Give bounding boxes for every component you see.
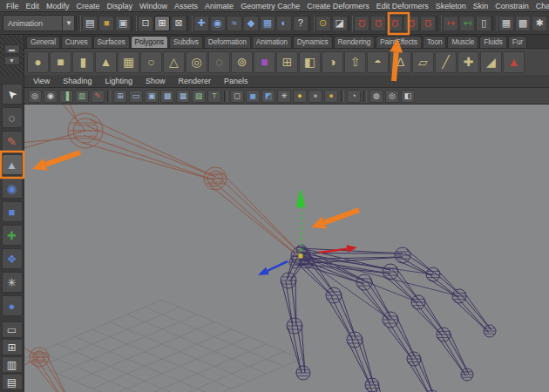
shelf-arrow-button[interactable]: ▼: [4, 56, 20, 65]
panel-menu-panels[interactable]: Panels: [222, 77, 250, 85]
booleans-button[interactable]: ◓: [367, 51, 389, 73]
grease-pencil-button[interactable]: ✎: [91, 90, 105, 103]
shelf-tab-fluids[interactable]: Fluids: [479, 36, 506, 48]
group-separator[interactable]: [492, 16, 498, 31]
group-separator[interactable]: [437, 16, 442, 31]
persp-outliner-layout[interactable]: ▥: [2, 356, 23, 373]
menu-set-selector[interactable]: Animation ▼: [3, 15, 75, 31]
poly-pipe-button[interactable]: ◎: [186, 51, 207, 73]
ipr-render-button[interactable]: ▩: [515, 16, 531, 31]
safe-title-button[interactable]: T: [207, 90, 221, 103]
shaded-mode-button[interactable]: ◼: [246, 90, 260, 103]
isolate-select-button[interactable]: ◔: [347, 90, 361, 103]
poly-cone-button[interactable]: ▲: [95, 51, 117, 73]
render-frame-button[interactable]: ▦: [498, 16, 514, 31]
soft-modification-tool[interactable]: ❖: [2, 248, 23, 269]
menu-constrain[interactable]: Constrain: [493, 2, 531, 10]
select-handles-button[interactable]: ✚: [193, 16, 209, 31]
bookmark-button[interactable]: ▐: [59, 90, 73, 103]
menu-edit[interactable]: Edit: [24, 2, 42, 10]
panel-menu-view[interactable]: View: [31, 77, 51, 85]
shelf-tab-deformation[interactable]: Deformation: [204, 36, 251, 48]
lock-selection-button[interactable]: ⊙: [315, 16, 331, 31]
select-joints-button[interactable]: ◉: [210, 16, 226, 31]
last-tool-used[interactable]: ●: [2, 295, 23, 316]
poly-plane-button[interactable]: ▦: [118, 51, 139, 73]
menu-window[interactable]: Window: [138, 2, 169, 10]
triangulate-button[interactable]: ∆: [390, 51, 411, 73]
xray-joints-button[interactable]: ◎: [385, 90, 399, 103]
xray-button[interactable]: ◍: [369, 90, 383, 103]
menu-display[interactable]: Display: [105, 2, 135, 10]
persp-graph-layout[interactable]: ▤: [2, 374, 23, 390]
shelf-tab-general[interactable]: General: [26, 36, 60, 48]
lasso-tool[interactable]: ◌: [2, 107, 23, 128]
new-scene-button[interactable]: ▤: [82, 16, 98, 31]
select-tool[interactable]: ➤: [2, 84, 23, 105]
menu-skeleton[interactable]: Skeleton: [434, 2, 468, 10]
quadrangulate-button[interactable]: ▱: [412, 51, 434, 73]
group-separator[interactable]: [309, 16, 315, 31]
panel-menu-renderer[interactable]: Renderer: [176, 77, 213, 85]
shelf-tab-toon[interactable]: Toon: [423, 36, 447, 48]
panel-menu-lighting[interactable]: Lighting: [103, 77, 134, 85]
default-light-button[interactable]: ●: [293, 90, 307, 103]
select-curves-button[interactable]: ≈: [227, 16, 242, 31]
menu-animate[interactable]: Animate: [203, 2, 235, 10]
resolution-gate-button[interactable]: ▣: [145, 90, 159, 103]
universal-manipulator-tool[interactable]: ✚: [2, 225, 23, 246]
shelf-tab-muscle[interactable]: Muscle: [447, 36, 478, 48]
menu-edit-deformers[interactable]: Edit Deformers: [375, 2, 430, 10]
highlight-selection-button[interactable]: ◪: [332, 16, 348, 31]
poly-cylinder-button[interactable]: ▮: [72, 51, 94, 73]
panel-menu-shading[interactable]: Shading: [61, 77, 93, 85]
menu-create[interactable]: Create: [75, 2, 102, 10]
shelf-tab-surfaces[interactable]: Surfaces: [93, 36, 130, 48]
snap-grid-button[interactable]: Ω: [354, 16, 369, 31]
image-plane-button[interactable]: ▥: [75, 90, 89, 103]
append-polygon-button[interactable]: ✚: [458, 51, 479, 73]
open-scene-button[interactable]: ■: [98, 16, 114, 31]
shelf-tab-painteffects[interactable]: PaintEffects: [376, 36, 422, 48]
shelf-menu-button[interactable]: ▬: [4, 44, 20, 54]
mirror-geometry-button[interactable]: ◧: [299, 51, 321, 73]
poly-cube-button[interactable]: ■: [50, 51, 71, 73]
film-gate-button[interactable]: ▭: [129, 90, 143, 103]
select-deformations-button[interactable]: ▦: [260, 16, 275, 31]
render-settings-button[interactable]: ✱: [532, 16, 547, 31]
grid-toggle-button[interactable]: ⊞: [113, 90, 127, 103]
menu-skin[interactable]: Skin: [471, 2, 491, 10]
single-pane-layout[interactable]: ▭: [2, 321, 23, 338]
show-manipulator-tool[interactable]: ✳: [2, 272, 23, 293]
camera-settings-button[interactable]: ◉: [44, 90, 58, 103]
snap-point-button[interactable]: Ω: [387, 16, 403, 31]
paint-select-tool[interactable]: ✎: [2, 131, 23, 152]
poly-sphere-button[interactable]: ●: [27, 51, 49, 73]
combine-button[interactable]: ⊞: [276, 51, 298, 73]
smooth-button[interactable]: ◑: [322, 51, 343, 73]
shelf-tab-dynamics[interactable]: Dynamics: [293, 36, 333, 48]
view-compass-button[interactable]: ◎: [28, 90, 42, 103]
bevel-button[interactable]: ◢: [480, 51, 502, 73]
perspective-viewport[interactable]: [24, 105, 549, 392]
shelf-tab-polygons[interactable]: Polygons: [131, 36, 168, 48]
group-separator[interactable]: [132, 16, 137, 31]
group-separator[interactable]: [187, 16, 193, 31]
shelf-tab-curves[interactable]: Curves: [61, 36, 92, 48]
wireframe-mode-button[interactable]: ◻: [230, 90, 244, 103]
subdiv-proxy-button[interactable]: ■: [254, 51, 275, 73]
split-polygon-button[interactable]: ╱: [435, 51, 457, 73]
extrude-button[interactable]: ⇧: [344, 51, 366, 73]
menu-geometry-cache[interactable]: Geometry Cache: [239, 2, 302, 10]
safe-action-button[interactable]: ▧: [192, 90, 206, 103]
group-separator[interactable]: [349, 16, 354, 31]
poly-helix-button[interactable]: ◌: [208, 51, 230, 73]
select-hierarchy-button[interactable]: ⊡: [138, 16, 153, 31]
output-connections-button[interactable]: ↤: [459, 16, 475, 31]
two-lights-button[interactable]: ●: [324, 90, 338, 103]
scale-tool[interactable]: ■: [2, 201, 23, 222]
shelf-tab-animation[interactable]: Animation: [252, 36, 292, 48]
poly-soccer-button[interactable]: ⊚: [231, 51, 253, 73]
construction-history-button[interactable]: ▯: [476, 16, 491, 31]
viewport-canvas[interactable]: [24, 105, 549, 392]
